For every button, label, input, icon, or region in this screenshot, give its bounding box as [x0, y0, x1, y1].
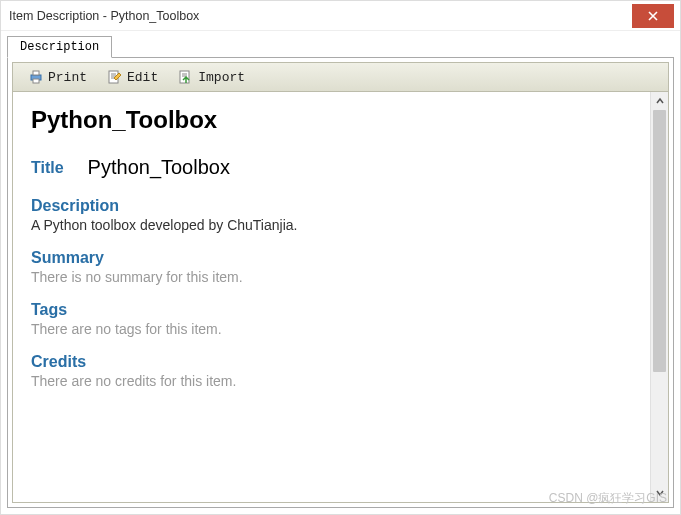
- print-button[interactable]: Print: [19, 66, 96, 88]
- title-value: Python_Toolbox: [88, 156, 230, 179]
- scroll-up-arrow[interactable]: [651, 92, 668, 110]
- tab-row: Description: [7, 35, 674, 57]
- svg-rect-4: [180, 71, 189, 83]
- window: Item Description - Python_Toolbox Descri…: [0, 0, 681, 515]
- print-label: Print: [48, 70, 87, 85]
- tab-description[interactable]: Description: [7, 36, 112, 58]
- summary-label: Summary: [31, 249, 632, 267]
- tags-placeholder: There are no tags for this item.: [31, 321, 632, 337]
- item-heading: Python_Toolbox: [31, 106, 632, 134]
- close-button[interactable]: [632, 4, 674, 28]
- window-title: Item Description - Python_Toolbox: [9, 9, 199, 23]
- description-value: A Python toolbox developed by ChuTianjia…: [31, 217, 632, 233]
- chevron-down-icon: [655, 488, 665, 498]
- printer-icon: [28, 69, 44, 85]
- credits-label: Credits: [31, 353, 632, 371]
- description-section: Description A Python toolbox developed b…: [31, 197, 632, 233]
- scroll-thumb[interactable]: [653, 110, 666, 372]
- import-label: Import: [198, 70, 245, 85]
- tags-section: Tags There are no tags for this item.: [31, 301, 632, 337]
- svg-rect-1: [33, 71, 39, 75]
- title-row: Title Python_Toolbox: [31, 156, 632, 179]
- edit-label: Edit: [127, 70, 158, 85]
- import-button[interactable]: Import: [169, 66, 254, 88]
- scroll-down-arrow[interactable]: [651, 484, 668, 502]
- title-label: Title: [31, 159, 64, 177]
- close-icon: [645, 8, 661, 24]
- summary-placeholder: There is no summary for this item.: [31, 269, 632, 285]
- edit-button[interactable]: Edit: [98, 66, 167, 88]
- edit-icon: [107, 69, 123, 85]
- chevron-up-icon: [655, 96, 665, 106]
- titlebar: Item Description - Python_Toolbox: [1, 1, 680, 31]
- dialog-body: Description Print: [1, 31, 680, 514]
- content-wrap: Python_Toolbox Title Python_Toolbox Desc…: [12, 92, 669, 503]
- tab-panel: Print Edit Import: [7, 57, 674, 508]
- toolbar: Print Edit Import: [12, 62, 669, 92]
- credits-placeholder: There are no credits for this item.: [31, 373, 632, 389]
- vertical-scrollbar[interactable]: [650, 92, 668, 502]
- tags-label: Tags: [31, 301, 632, 319]
- content-area: Python_Toolbox Title Python_Toolbox Desc…: [13, 92, 650, 502]
- import-icon: [178, 69, 194, 85]
- description-label: Description: [31, 197, 632, 215]
- svg-rect-2: [33, 79, 39, 83]
- summary-section: Summary There is no summary for this ite…: [31, 249, 632, 285]
- credits-section: Credits There are no credits for this it…: [31, 353, 632, 389]
- scroll-track[interactable]: [651, 110, 668, 484]
